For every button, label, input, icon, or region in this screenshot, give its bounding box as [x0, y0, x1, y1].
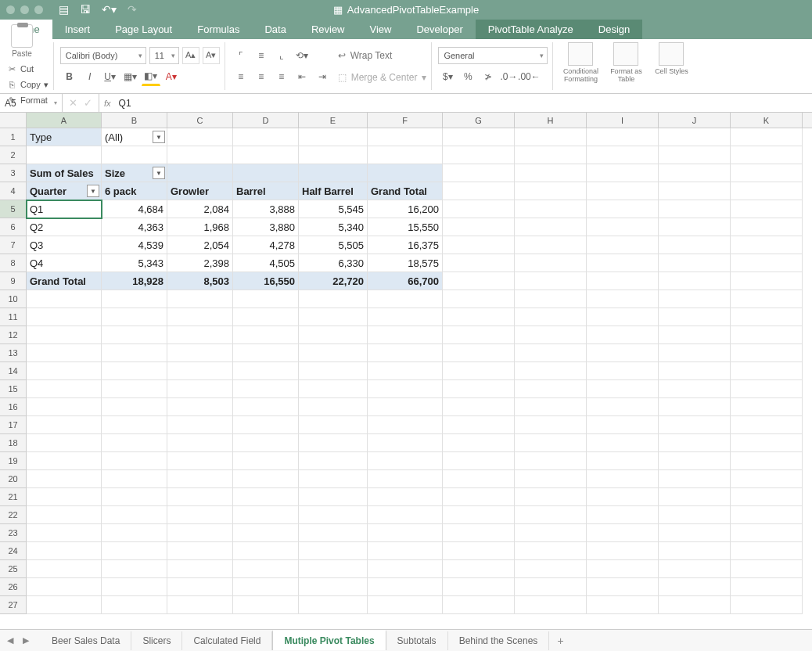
col-header-H[interactable]: H: [515, 113, 587, 128]
row-header-11[interactable]: 11: [0, 308, 27, 326]
cell[interactable]: [731, 506, 803, 524]
cell[interactable]: [368, 506, 443, 524]
cell[interactable]: [443, 254, 515, 272]
cell[interactable]: [731, 452, 803, 470]
row-header-1[interactable]: 1: [0, 128, 27, 146]
cell[interactable]: 15,550: [368, 218, 443, 236]
cell[interactable]: [233, 488, 299, 506]
cell[interactable]: [27, 344, 102, 362]
cell[interactable]: 4,278: [233, 236, 299, 254]
cell[interactable]: [299, 128, 368, 146]
cell[interactable]: [27, 362, 102, 380]
cell[interactable]: [587, 164, 659, 182]
cell[interactable]: [167, 380, 233, 398]
cell[interactable]: [587, 542, 659, 560]
tab-formulas[interactable]: Formulas: [185, 20, 252, 39]
cell[interactable]: [167, 398, 233, 416]
font-color-button[interactable]: A▾: [162, 67, 181, 86]
cell[interactable]: [659, 236, 731, 254]
format-as-table-button[interactable]: Format as Table: [605, 42, 647, 90]
row-header-23[interactable]: 23: [0, 524, 27, 542]
align-top-button[interactable]: ⌜: [232, 46, 250, 65]
cell[interactable]: [587, 326, 659, 344]
cell[interactable]: [102, 146, 167, 164]
cell[interactable]: [167, 308, 233, 326]
formula-input[interactable]: Q1: [116, 98, 812, 109]
increase-font-button[interactable]: A▴: [182, 47, 199, 64]
cell[interactable]: 2,398: [167, 254, 233, 272]
col-header-J[interactable]: J: [659, 113, 731, 128]
cell[interactable]: 2,084: [167, 200, 233, 218]
cell[interactable]: Growler: [167, 182, 233, 200]
cell[interactable]: [731, 416, 803, 434]
cell[interactable]: [233, 578, 299, 596]
cell[interactable]: [587, 506, 659, 524]
cell[interactable]: [102, 488, 167, 506]
cell[interactable]: [659, 398, 731, 416]
cell[interactable]: Grand Total: [368, 182, 443, 200]
cell[interactable]: [731, 398, 803, 416]
cell[interactable]: [233, 506, 299, 524]
cell[interactable]: 6 pack: [102, 182, 167, 200]
cell[interactable]: [515, 164, 587, 182]
cell[interactable]: [167, 542, 233, 560]
minimize-window-button[interactable]: [20, 5, 29, 14]
font-size-combo[interactable]: 11: [149, 47, 179, 64]
cell[interactable]: [102, 416, 167, 434]
cell[interactable]: [587, 560, 659, 578]
row-header-6[interactable]: 6: [0, 218, 27, 236]
row-header-15[interactable]: 15: [0, 380, 27, 398]
font-name-combo[interactable]: Calibri (Body): [60, 47, 146, 64]
cell[interactable]: [515, 254, 587, 272]
cell[interactable]: 4,539: [102, 236, 167, 254]
cell[interactable]: [515, 290, 587, 308]
cell[interactable]: [368, 434, 443, 452]
cell[interactable]: [731, 524, 803, 542]
cell[interactable]: (All)▼: [102, 128, 167, 146]
cell[interactable]: [659, 416, 731, 434]
align-left-button[interactable]: ≡: [232, 67, 250, 86]
cell[interactable]: [515, 434, 587, 452]
col-header-A[interactable]: A: [27, 113, 102, 128]
col-header-G[interactable]: G: [443, 113, 515, 128]
cell[interactable]: [27, 434, 102, 452]
cell[interactable]: [515, 218, 587, 236]
cell[interactable]: [299, 308, 368, 326]
cell[interactable]: [515, 488, 587, 506]
cell[interactable]: [659, 470, 731, 488]
zoom-window-button[interactable]: [34, 5, 43, 14]
row-header-21[interactable]: 21: [0, 488, 27, 506]
row-header-22[interactable]: 22: [0, 506, 27, 524]
cell[interactable]: [368, 398, 443, 416]
cell[interactable]: [515, 560, 587, 578]
cell[interactable]: [27, 146, 102, 164]
cell[interactable]: [102, 308, 167, 326]
col-header-D[interactable]: D: [233, 113, 299, 128]
cell[interactable]: [368, 488, 443, 506]
cell[interactable]: [515, 380, 587, 398]
cell[interactable]: [368, 146, 443, 164]
cell[interactable]: [299, 434, 368, 452]
cell[interactable]: [731, 290, 803, 308]
increase-decimal-button[interactable]: .0→: [499, 67, 518, 86]
cell[interactable]: [731, 380, 803, 398]
cell[interactable]: [233, 362, 299, 380]
sheet-tab[interactable]: Behind the Scenes: [448, 631, 550, 650]
cell[interactable]: [167, 506, 233, 524]
col-header-E[interactable]: E: [299, 113, 368, 128]
cell[interactable]: [102, 362, 167, 380]
cell[interactable]: [515, 362, 587, 380]
cell[interactable]: [587, 452, 659, 470]
cell[interactable]: [233, 146, 299, 164]
cell[interactable]: [443, 128, 515, 146]
underline-button[interactable]: U▾: [101, 67, 120, 86]
cell[interactable]: [27, 452, 102, 470]
cell[interactable]: [731, 308, 803, 326]
align-bottom-button[interactable]: ⌞: [272, 46, 291, 65]
cell[interactable]: [167, 452, 233, 470]
cell[interactable]: 18,575: [368, 254, 443, 272]
row-header-17[interactable]: 17: [0, 416, 27, 434]
cell[interactable]: [167, 470, 233, 488]
cell[interactable]: [659, 146, 731, 164]
cell[interactable]: [587, 200, 659, 218]
